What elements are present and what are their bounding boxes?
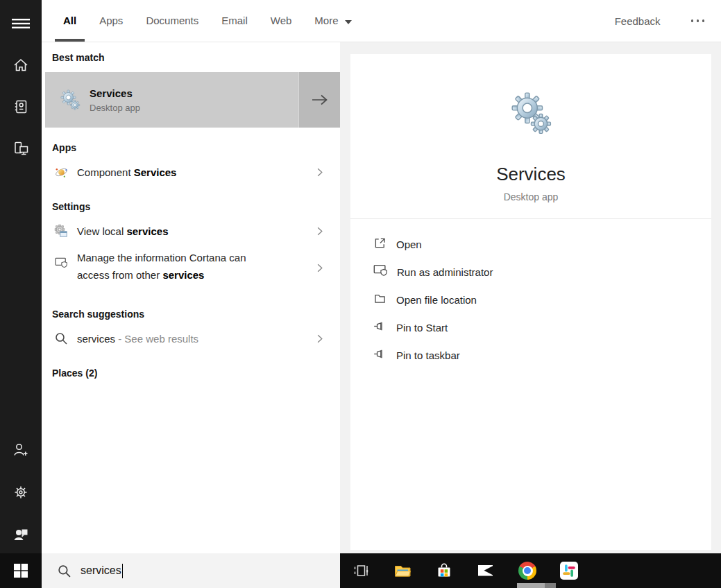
result-view-local-services[interactable]: View local services — [42, 214, 340, 248]
scrollbar-artifact-thumb — [545, 583, 556, 588]
result-label: services - See web results — [77, 333, 198, 345]
search-filter-bar: All Apps Documents Email Web More Feedba… — [42, 0, 721, 42]
search-icon — [54, 331, 68, 345]
add-user-icon — [12, 441, 30, 459]
home-icon — [12, 56, 30, 74]
result-label: Manage the information Cortana can acces… — [77, 249, 278, 284]
search-results-panel: Best match Services Desktop app Apps — [42, 42, 340, 553]
file-explorer-icon — [393, 561, 412, 580]
preview-app-subtitle: Desktop app — [350, 191, 711, 202]
pin-icon — [373, 319, 387, 336]
more-options-button[interactable] — [687, 15, 709, 26]
best-match-text: Services Desktop app — [90, 87, 140, 113]
result-label: View local services — [77, 225, 169, 237]
chevron-right-icon — [314, 167, 325, 178]
slack-icon — [560, 562, 578, 580]
devices-button[interactable] — [0, 132, 42, 165]
notebook-icon — [12, 98, 30, 116]
tab-more-label: More — [314, 15, 338, 26]
mail-icon — [476, 561, 495, 580]
store-button[interactable] — [423, 553, 465, 588]
preview-card: Services Desktop app Open — [350, 54, 711, 550]
topbar-right: Feedback — [615, 0, 721, 42]
start-left-rail — [0, 0, 42, 553]
action-label: Pin to Start — [396, 322, 448, 334]
cortana-privacy-icon — [54, 255, 68, 270]
best-match-subtitle: Desktop app — [90, 103, 140, 113]
result-cortana-manage-info[interactable]: Manage the information Cortana can acces… — [42, 249, 340, 295]
chevron-right-icon — [314, 263, 325, 273]
action-open-file-location[interactable]: Open file location — [350, 286, 711, 313]
mail-button[interactable] — [465, 553, 507, 588]
tab-apps[interactable]: Apps — [99, 0, 123, 42]
tab-all[interactable]: All — [63, 0, 76, 42]
gear-icon — [12, 483, 30, 501]
hamburger-icon — [10, 13, 31, 34]
action-label: Run as administrator — [397, 266, 493, 278]
windows-logo-icon — [13, 563, 28, 578]
action-run-as-administrator[interactable]: Run as administrator — [350, 258, 711, 286]
home-button[interactable] — [0, 49, 42, 82]
windows-search-flyout: All Apps Documents Email Web More Feedba… — [0, 0, 721, 588]
add-account-button[interactable] — [0, 433, 42, 467]
action-open[interactable]: Open — [350, 230, 711, 258]
chrome-icon — [518, 562, 536, 580]
action-pin-to-taskbar[interactable]: Pin to taskbar — [350, 341, 711, 369]
action-label: Pin to taskbar — [396, 349, 460, 361]
tab-documents[interactable]: Documents — [146, 0, 198, 42]
shield-monitor-icon — [373, 263, 388, 281]
tab-web[interactable]: Web — [271, 0, 292, 42]
settings-button[interactable] — [0, 476, 42, 509]
apps-header: Apps — [52, 142, 76, 153]
context-actions: Open Run as administrator Open file loca… — [350, 230, 711, 369]
task-view-button[interactable] — [340, 553, 382, 588]
arrow-right-icon — [310, 92, 330, 107]
text-caret — [122, 564, 124, 578]
services-gears-icon — [508, 90, 554, 136]
action-label: Open — [396, 239, 422, 250]
store-icon — [434, 561, 454, 580]
feedback-button[interactable]: Feedback — [615, 15, 661, 27]
best-match-result-services[interactable]: Services Desktop app — [45, 72, 340, 128]
user-photo-icon — [12, 526, 30, 544]
notebook-button[interactable] — [0, 90, 42, 123]
settings-header: Settings — [52, 201, 90, 212]
search-input-value: services — [80, 564, 121, 577]
chevron-right-icon — [314, 334, 325, 344]
scrollbar-artifact — [517, 583, 545, 588]
search-input[interactable]: services — [42, 553, 340, 588]
file-explorer-button[interactable] — [382, 553, 423, 588]
devices-icon — [12, 139, 31, 158]
tab-more[interactable]: More — [314, 0, 351, 42]
preview-pane: Services Desktop app Open — [340, 42, 721, 553]
best-match-header: Best match — [52, 52, 104, 63]
expand-preview-button[interactable] — [298, 72, 340, 128]
pin-icon — [373, 347, 387, 364]
places-header: Places (2) — [52, 368, 97, 379]
chevron-down-icon — [345, 20, 352, 24]
services-settings-icon — [54, 224, 68, 238]
best-match-title: Services — [90, 87, 140, 99]
tab-email[interactable]: Email — [221, 0, 248, 42]
filter-tabs: All Apps Documents Email Web More — [42, 0, 375, 42]
search-icon — [57, 564, 71, 578]
task-view-icon — [352, 562, 370, 580]
start-button[interactable] — [0, 553, 42, 588]
hamburger-menu-button[interactable] — [0, 7, 42, 40]
action-label: Open file location — [396, 294, 477, 306]
user-pictures-button[interactable] — [0, 518, 42, 551]
result-component-services[interactable]: Component Services — [42, 155, 340, 189]
result-label: Component Services — [77, 166, 176, 178]
component-services-icon — [54, 166, 68, 179]
open-icon — [373, 236, 387, 253]
services-gears-icon — [59, 89, 81, 111]
result-web-suggestion-services[interactable]: services - See web results — [42, 322, 340, 355]
action-pin-to-start[interactable]: Pin to Start — [350, 313, 711, 341]
folder-icon — [373, 291, 387, 309]
chevron-right-icon — [314, 226, 325, 236]
preview-hero: Services Desktop app — [350, 54, 711, 202]
preview-app-title: Services — [350, 164, 711, 185]
search-suggestions-header: Search suggestions — [52, 309, 144, 320]
divider — [350, 218, 711, 219]
